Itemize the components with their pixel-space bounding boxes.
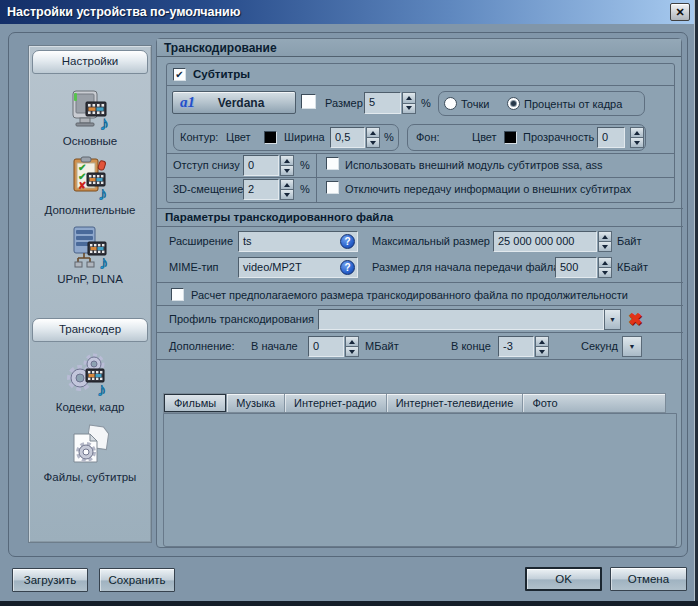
sidebar-group-transcoder[interactable]: Транскодер xyxy=(32,318,148,342)
profile-value[interactable] xyxy=(318,309,604,330)
bg-color-label: Цвет xyxy=(472,131,497,143)
tab-foto[interactable]: Фото xyxy=(522,394,566,412)
sidebar-item-osnovnye[interactable]: ♪ Основные xyxy=(29,86,151,147)
bottom-offset-label: Отступ снизу xyxy=(173,159,240,171)
offset3d-value[interactable]: 2 xyxy=(243,179,279,200)
offset3d-spinner: 2 xyxy=(243,179,294,200)
bottom-offset-value[interactable]: 0 xyxy=(243,155,279,176)
size-label: Размер xyxy=(325,97,363,109)
svg-text:♪: ♪ xyxy=(99,112,109,134)
size-spinner: 5 xyxy=(364,92,416,114)
font-name: Verdana xyxy=(203,96,279,110)
outline-width-label: Ширина xyxy=(284,131,325,143)
extension-label: Расширение xyxy=(169,235,233,247)
spin-up-icon[interactable] xyxy=(280,179,294,190)
bg-transparency-label: Прозрачность xyxy=(523,131,594,143)
tab-filmy[interactable]: Фильмы xyxy=(164,394,226,412)
max-size-value[interactable]: 25 000 000 000 xyxy=(493,231,597,252)
profile-dropdown[interactable]: ▼ xyxy=(318,309,621,330)
spin-up-icon[interactable] xyxy=(345,336,359,347)
start-size-value[interactable]: 500 xyxy=(555,257,597,278)
spin-down-icon[interactable] xyxy=(280,190,294,200)
help-icon[interactable]: ? xyxy=(340,260,355,275)
font-select-button[interactable]: a1 Verdana xyxy=(172,91,296,114)
spin-up-icon[interactable] xyxy=(402,92,416,104)
tab-muzyka[interactable]: Музыка xyxy=(226,394,284,412)
spin-up-icon[interactable] xyxy=(630,127,644,138)
outline-color-swatch[interactable] xyxy=(264,131,277,144)
outline-color-label: Цвет xyxy=(226,131,251,143)
profile-delete-button[interactable]: ✖ xyxy=(625,309,645,329)
at-start-value[interactable]: 0 xyxy=(308,336,344,357)
spin-up-icon[interactable] xyxy=(598,231,612,242)
max-size-label: Максимальный размер xyxy=(372,235,490,247)
radio-points[interactable] xyxy=(444,97,457,110)
spin-up-icon[interactable] xyxy=(366,127,380,138)
mime-label: MIME-тип xyxy=(169,261,219,273)
spin-down-icon[interactable] xyxy=(345,347,359,357)
spin-down-icon[interactable] xyxy=(598,268,612,278)
save-button[interactable]: Сохранить xyxy=(99,568,175,592)
sidebar-group-settings[interactable]: Настройки xyxy=(32,50,148,74)
ok-button[interactable]: OK xyxy=(525,567,602,591)
spin-down-icon[interactable] xyxy=(366,138,380,148)
spin-up-icon[interactable] xyxy=(535,336,549,347)
close-icon: ✕ xyxy=(675,6,684,19)
offset3d-label: 3D-смещение xyxy=(173,183,243,195)
bg-color-swatch[interactable] xyxy=(504,131,517,144)
external-module-label[interactable]: Использовать внешний модуль субтитров ss… xyxy=(345,159,603,171)
help-glyph: ? xyxy=(344,262,350,273)
at-end-spinner: -3 xyxy=(498,336,549,357)
sidebar-item-faily[interactable]: Файлы, субтитры xyxy=(29,422,151,483)
help-icon[interactable]: ? xyxy=(340,234,355,249)
size-value[interactable]: 5 xyxy=(364,92,401,114)
close-button[interactable]: ✕ xyxy=(670,3,690,21)
max-size-unit: Байт xyxy=(617,235,642,247)
spin-down-icon[interactable] xyxy=(402,104,416,115)
cancel-button[interactable]: Отмена xyxy=(610,567,687,591)
estimate-size-label[interactable]: Расчет предполагаемого размера транскоди… xyxy=(191,289,628,301)
bg-transparency-value[interactable]: 0 xyxy=(597,127,625,148)
check-icon: ✔ xyxy=(175,70,183,80)
radio-percent-of-frame[interactable] xyxy=(507,97,520,110)
at-start-label: В начале xyxy=(251,340,298,352)
delete-cross-icon: ✖ xyxy=(628,311,642,328)
spin-up-icon[interactable] xyxy=(280,155,294,166)
spin-down-icon[interactable] xyxy=(630,138,644,148)
tab-internet-tv[interactable]: Интернет-телевидение xyxy=(386,394,523,412)
start-size-label: Размер для начала передачи файла xyxy=(372,261,559,273)
radio-points-label[interactable]: Точки xyxy=(461,98,489,110)
font-color-swatch[interactable] xyxy=(301,94,316,109)
spin-down-icon[interactable] xyxy=(280,166,294,176)
outline-width-value[interactable]: 0,5 xyxy=(330,127,365,148)
spin-up-icon[interactable] xyxy=(598,257,612,268)
external-module-checkbox[interactable] xyxy=(326,157,339,170)
file-params-section: Параметры транскодированного файла Расши… xyxy=(157,208,683,360)
spin-down-icon[interactable] xyxy=(598,242,612,252)
load-button[interactable]: Загрузить xyxy=(12,568,88,592)
dropdown-button[interactable]: ▼ xyxy=(604,309,621,330)
sidebar-item-kodeki[interactable]: ♪ Кодеки, кадр xyxy=(29,352,151,413)
estimate-size-checkbox[interactable] xyxy=(171,288,184,301)
at-end-unit-dropdown[interactable]: ▼ xyxy=(622,336,642,357)
radio-percent-label[interactable]: Проценты от кадра xyxy=(524,98,622,110)
subtitles-checkbox[interactable]: ✔ xyxy=(173,68,186,81)
window-right-edge xyxy=(694,0,698,606)
sidebar-item-label: Основные xyxy=(29,135,151,147)
settings-dialog: Настройки устройства по-умолчанию ✕ Наст… xyxy=(0,0,698,606)
disable-info-label[interactable]: Отключить передачу информации о внешних … xyxy=(345,183,631,195)
addition-label: Дополнение: xyxy=(169,340,235,352)
sidebar-item-upnp-dlna[interactable]: ♪ UPnP, DLNA xyxy=(29,224,151,285)
tab-internet-radio[interactable]: Интернет-радио xyxy=(284,394,386,412)
titlebar[interactable]: Настройки устройства по-умолчанию ✕ xyxy=(0,0,694,24)
sidebar-item-label: UPnP, DLNA xyxy=(29,273,151,285)
svg-text:♪: ♪ xyxy=(97,379,107,400)
bg-label: Фон: xyxy=(416,131,440,143)
sidebar-item-dopolnitelnye[interactable]: ✔ ✔ ✘ ♪ Дополнительные xyxy=(29,155,151,216)
device-media-icon: ♪ xyxy=(66,86,114,134)
start-size-spinner: 500 xyxy=(555,257,612,278)
svg-text:♪: ♪ xyxy=(99,252,109,272)
spin-down-icon[interactable] xyxy=(535,347,549,357)
disable-info-checkbox[interactable] xyxy=(326,181,339,194)
at-end-value[interactable]: -3 xyxy=(498,336,534,357)
